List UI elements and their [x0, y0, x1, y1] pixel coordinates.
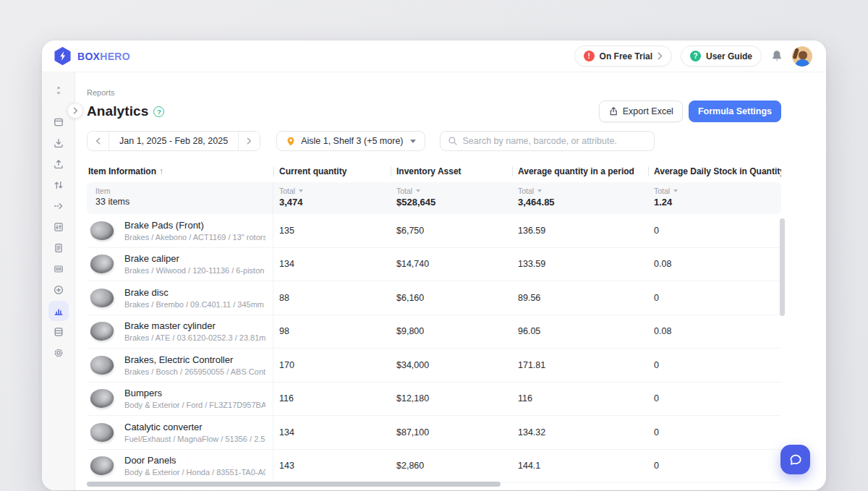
- total-current-quantity: 3,474: [279, 197, 385, 208]
- filter-bar: Jan 1, 2025 - Feb 28, 2025 Aisle 1, Shel…: [87, 131, 781, 151]
- horizontal-scrollbar-thumb[interactable]: [87, 482, 501, 487]
- previous-period-button[interactable]: [88, 132, 109, 150]
- add-circle-icon: [53, 284, 64, 296]
- item-name: Brake disc: [124, 287, 265, 298]
- next-period-button[interactable]: [238, 132, 260, 150]
- sort-ascending-icon: ↑: [159, 166, 163, 176]
- total-dropdown-icon[interactable]: [299, 189, 303, 192]
- inventory-asset-value: $12,180: [391, 383, 512, 416]
- table-row[interactable]: Bumpers Body & Exterior / Ford / FL3Z17D…: [87, 383, 781, 417]
- date-range-value[interactable]: Jan 1, 2025 - Feb 28, 2025: [109, 132, 238, 150]
- item-attributes: Body & Exterior / Honda / 83551-TA0-A01Z…: [124, 468, 265, 477]
- sidebar-item-add-item[interactable]: [48, 280, 69, 300]
- inventory-asset-value: $2,860: [391, 450, 512, 483]
- item-attributes: Fuel/Exhaust / MagnaFlow / 51356 / 2.5" …: [124, 435, 265, 443]
- average-quantity-value: 116: [512, 383, 648, 416]
- table-row[interactable]: Brake Pads (Front) Brakes / Akebono / AC…: [87, 214, 781, 248]
- average-quantity-value: 96.05: [512, 315, 648, 349]
- topbar: BOXHERO ! On Free Trial ? User Guide: [42, 40, 826, 72]
- table-row[interactable]: Brake disc Brakes / Brembo / 09.C401.11 …: [87, 281, 781, 315]
- chat-bubble-icon: [788, 453, 803, 467]
- inventory-asset-value: $34,000: [391, 349, 512, 382]
- help-icon[interactable]: ?: [153, 106, 164, 117]
- current-quantity-value: 134: [273, 248, 391, 281]
- export-excel-button[interactable]: Export Excel: [599, 101, 683, 122]
- average-quantity-value: 89.56: [512, 281, 648, 315]
- table-row[interactable]: Brake caliper Brakes / Wilwood / 120-111…: [87, 248, 781, 282]
- item-attributes: Brakes / Akebono / ACT1169 / 13" rotors …: [124, 233, 265, 242]
- settings-gear-icon: [53, 347, 64, 359]
- purchase-list-icon: [53, 242, 64, 254]
- total-average-daily-stock: 1.24: [654, 197, 775, 208]
- notifications-button[interactable]: [770, 49, 783, 63]
- formula-settings-button[interactable]: Formula Settings: [689, 101, 781, 122]
- total-label: Total: [654, 187, 670, 195]
- stock-in-icon: [53, 137, 64, 149]
- average-quantity-value: 134.32: [512, 416, 648, 449]
- item-photo: [88, 420, 116, 445]
- search-icon: [448, 136, 458, 146]
- app-window: BOXHERO ! On Free Trial ? User Guide: [42, 40, 826, 490]
- current-quantity-value: 170: [273, 349, 391, 382]
- chevron-right-icon: [658, 52, 663, 60]
- table-row[interactable]: Brake master cylinder Brakes / ATE / 03.…: [87, 315, 781, 349]
- sidebar-item-transfer[interactable]: [48, 175, 69, 195]
- bell-icon: [770, 49, 783, 63]
- item-photo: [88, 319, 116, 343]
- item-photo: [88, 386, 116, 411]
- sidebar-item-barcode-label[interactable]: [48, 259, 69, 279]
- total-dropdown-icon[interactable]: [416, 189, 420, 192]
- column-current-quantity[interactable]: Current quantity: [273, 166, 391, 176]
- vertical-scrollbar-thumb[interactable]: [780, 218, 785, 316]
- column-average-quantity[interactable]: Average quantity in a period: [512, 166, 648, 176]
- item-name: Bumpers: [124, 388, 265, 398]
- table-row[interactable]: Catalytic converter Fuel/Exhaust / Magna…: [87, 416, 781, 450]
- sidebar-item-sort-handle[interactable]: [48, 80, 69, 101]
- sidebar-item-data-center[interactable]: [48, 322, 69, 342]
- total-dropdown-icon[interactable]: [673, 189, 678, 192]
- sidebar-item-settings[interactable]: [48, 343, 69, 363]
- table-row[interactable]: Door Panels Body & Exterior / Honda / 83…: [87, 450, 781, 484]
- item-name: Door Panels: [124, 455, 265, 466]
- table-header: Item Information↑ Current quantity Inven…: [87, 160, 781, 182]
- chat-launcher-button[interactable]: [780, 445, 810, 474]
- user-guide-button[interactable]: ? User Guide: [681, 46, 762, 67]
- sidebar-item-package[interactable]: [48, 112, 69, 132]
- search-input[interactable]: [463, 136, 647, 146]
- average-daily-stock-value: 0: [648, 349, 781, 382]
- sidebar-item-analytics[interactable]: [48, 301, 69, 321]
- column-inventory-asset[interactable]: Inventory Asset: [391, 166, 512, 176]
- analytics-icon: [53, 305, 64, 317]
- sidebar-item-move[interactable]: [48, 196, 69, 216]
- sidebar-item-stocktake[interactable]: [48, 217, 69, 237]
- sidebar-item-stock-out[interactable]: [48, 154, 69, 174]
- current-quantity-value: 143: [273, 450, 391, 483]
- item-name: Brake Pads (Front): [124, 220, 265, 231]
- chevron-right-icon: [73, 107, 78, 114]
- average-daily-stock-value: 0.08: [648, 315, 781, 349]
- free-trial-button[interactable]: ! On Free Trial: [574, 46, 672, 67]
- total-label: Total: [396, 187, 412, 195]
- summary-item-label: Item: [95, 187, 267, 195]
- breadcrumb[interactable]: Reports: [87, 88, 826, 97]
- column-item-information[interactable]: Item Information↑: [87, 166, 273, 176]
- average-daily-stock-value: 0: [648, 450, 781, 483]
- stocktake-icon: [53, 221, 64, 233]
- user-avatar[interactable]: [792, 46, 812, 67]
- inventory-asset-value: $14,740: [391, 248, 512, 281]
- table-row[interactable]: Brakes, Electric Controller Brakes / Bos…: [87, 349, 781, 383]
- sidebar-expand-button[interactable]: [67, 103, 83, 119]
- column-average-daily-stock[interactable]: Average Daily Stock in Quantity: [648, 166, 781, 176]
- total-dropdown-icon[interactable]: [537, 189, 542, 192]
- item-photo: [88, 453, 116, 478]
- average-daily-stock-value: 0: [648, 214, 781, 247]
- sidebar-item-purchase-list[interactable]: [48, 238, 69, 258]
- date-range-picker: Jan 1, 2025 - Feb 28, 2025: [87, 131, 260, 151]
- caret-down-icon: [410, 140, 416, 143]
- inventory-asset-value: $87,100: [391, 416, 512, 449]
- sidebar-item-stock-in[interactable]: [48, 133, 69, 153]
- average-daily-stock-value: 0: [648, 383, 781, 416]
- app-logo[interactable]: BOXHERO: [54, 47, 130, 65]
- current-quantity-value: 134: [273, 416, 391, 449]
- location-filter-button[interactable]: Aisle 1, Shelf 3 (+5 more): [276, 131, 425, 151]
